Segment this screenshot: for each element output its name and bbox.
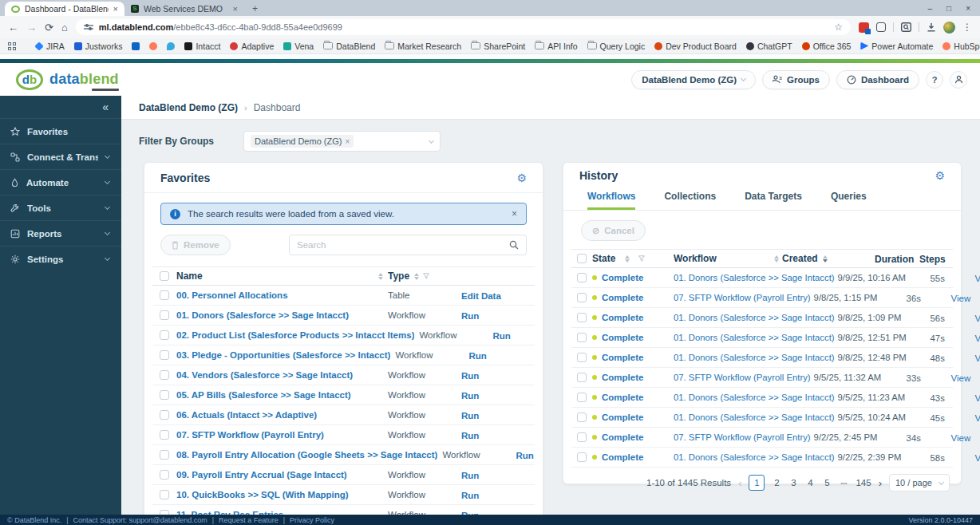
bookmark-jira[interactable]: JIRA [35, 41, 65, 51]
page-2[interactable]: 2 [772, 478, 781, 488]
run-link[interactable]: Run [461, 471, 479, 480]
close-window-button[interactable]: × [966, 4, 970, 13]
search-icon[interactable] [509, 240, 519, 250]
workflow-link[interactable]: 01. Donors (Salesforce >> Sage Intacct) [674, 353, 835, 362]
view-link[interactable]: View [975, 453, 980, 463]
row-checkbox[interactable] [160, 390, 169, 400]
workflow-link[interactable]: 07. SFTP Workflow (Payroll Entry) [674, 293, 811, 302]
bookmark-chat[interactable] [167, 42, 175, 50]
bookmark-star-icon[interactable]: ☆ [834, 22, 843, 33]
edit-data-link[interactable]: Edit Data [461, 291, 501, 301]
dashboard-button[interactable]: Dashboard [836, 70, 919, 89]
run-link[interactable]: Run [461, 391, 479, 401]
run-link[interactable]: Run [461, 411, 479, 420]
group-filter-select[interactable]: DataBlend Demo (ZG) × [243, 131, 441, 152]
row-checkbox[interactable] [577, 333, 587, 342]
bookmark-justworks[interactable]: Justworks [74, 41, 123, 51]
row-checkbox[interactable] [160, 370, 169, 380]
browser-tab-inactive[interactable]: S Web Services DEMO × [124, 2, 244, 16]
minimize-button[interactable]: – [928, 4, 933, 13]
tab-collections[interactable]: Collections [664, 191, 716, 210]
column-state[interactable]: State [592, 253, 615, 264]
footer-support-link[interactable]: Contact Support: support@datablend.com [73, 516, 207, 524]
favorite-name-link[interactable]: 09. Payroll Entry Accrual (Sage Intacct) [176, 470, 347, 480]
select-all-checkbox[interactable] [577, 254, 587, 263]
breadcrumb-root[interactable]: DataBlend Demo (ZG) [139, 102, 238, 113]
bookmark-power-automate[interactable]: Power Automate [860, 41, 933, 51]
run-link[interactable]: Run [461, 431, 479, 440]
page-5[interactable]: 5 [822, 478, 832, 488]
column-workflow[interactable]: Workflow [674, 253, 717, 264]
maximize-button[interactable]: □ [946, 4, 951, 13]
sidebar-item-tools[interactable]: Tools [0, 195, 121, 220]
row-checkbox[interactable] [160, 470, 169, 480]
run-link[interactable]: Run [492, 331, 510, 341]
row-checkbox[interactable] [577, 432, 587, 442]
prev-page-icon[interactable]: ‹ [738, 477, 741, 489]
row-checkbox[interactable] [160, 290, 169, 300]
downloads-icon[interactable] [927, 22, 936, 32]
row-checkbox[interactable] [160, 350, 169, 360]
favorite-name-link[interactable]: 07. SFTP Workflow (Payroll Entry) [176, 430, 324, 440]
favorite-name-link[interactable]: 01. Donors (Salesforce >> Sage Intacct) [176, 310, 349, 320]
search-input[interactable] [297, 240, 504, 250]
search-tabs-icon[interactable] [901, 22, 911, 32]
sort-icon[interactable] [774, 255, 779, 262]
page-size-select[interactable]: 10 / page [889, 474, 950, 491]
favorite-name-link[interactable]: 05. AP Bills (Salesforce >> Sage Intacct… [176, 390, 351, 400]
tag-remove-icon[interactable]: × [345, 137, 350, 146]
run-link[interactable]: Run [461, 311, 479, 321]
tab-close-icon[interactable]: × [233, 4, 238, 14]
row-checkbox[interactable] [577, 412, 587, 422]
footer-request-feature-link[interactable]: Request a Feature [219, 516, 279, 524]
bookmark-adaptive[interactable]: Adaptive [230, 41, 274, 51]
favorite-name-link[interactable]: 02. Product List (Salesforce Products >>… [176, 330, 414, 340]
sort-icon[interactable] [378, 273, 383, 280]
workflow-link[interactable]: 07. SFTP Workflow (Payroll Entry) [674, 373, 811, 382]
tab-workflows[interactable]: Workflows [587, 191, 635, 210]
linkedin-extension-icon[interactable] [859, 22, 869, 33]
view-link[interactable]: View [951, 294, 971, 303]
home-icon[interactable]: ⌂ [61, 22, 68, 33]
side-panel-icon[interactable] [876, 22, 886, 32]
run-link[interactable]: Run [461, 371, 479, 381]
forward-icon[interactable]: → [26, 22, 37, 33]
row-checkbox[interactable] [160, 490, 169, 499]
workflow-link[interactable]: 01. Donors (Salesforce >> Sage Intacct) [674, 333, 835, 342]
sort-icon[interactable] [823, 255, 828, 262]
sidebar-item-connect-transform[interactable]: Connect & Transform [0, 144, 121, 169]
column-type[interactable]: Type [388, 270, 409, 282]
view-link[interactable]: View [975, 334, 980, 343]
reload-icon[interactable]: ⟳ [45, 22, 53, 33]
select-all-checkbox[interactable] [160, 271, 169, 281]
workflow-link[interactable]: 01. Donors (Salesforce >> Sage Intacct) [674, 393, 835, 402]
favorite-name-link[interactable]: 08. Payroll Entry Allocation (Google She… [176, 450, 437, 460]
sidebar-item-settings[interactable]: Settings [0, 246, 121, 271]
row-checkbox[interactable] [160, 450, 169, 460]
bookmark-folder-market-research[interactable]: Market Research [385, 41, 461, 51]
page-4[interactable]: 4 [805, 478, 815, 488]
row-checkbox[interactable] [577, 452, 587, 462]
run-link[interactable]: Run [468, 351, 486, 361]
alert-close-icon[interactable]: × [512, 208, 517, 219]
favorites-settings-gear-icon[interactable]: ⚙ [516, 172, 527, 184]
browser-tab-active[interactable]: Dashboard - DataBlend Demo ( × [5, 2, 124, 16]
workflow-link[interactable]: 01. Donors (Salesforce >> Sage Intacct) [674, 452, 835, 462]
apps-grid-icon[interactable] [8, 42, 16, 50]
view-link[interactable]: View [951, 373, 971, 383]
next-page-icon[interactable]: › [879, 477, 882, 489]
favorite-name-link[interactable]: 03. Pledge - Opportunities (Salesforce >… [176, 350, 390, 360]
column-name[interactable]: Name [176, 270, 203, 282]
favorite-name-link[interactable]: 10. QuickBooks >> SQL (With Mapping) [176, 490, 349, 499]
site-settings-icon[interactable] [84, 23, 93, 31]
run-link[interactable]: Run [461, 491, 479, 500]
cancel-button[interactable]: ⊘ Cancel [581, 220, 646, 241]
workflow-link[interactable]: 01. Donors (Salesforce >> Sage Intacct) [674, 273, 835, 282]
sidebar-collapse-button[interactable]: « [0, 96, 121, 118]
row-checkbox[interactable] [577, 313, 587, 322]
bookmark-dev-product-board[interactable]: Dev Product Board [654, 41, 737, 51]
address-bar[interactable]: ml.datablend.com/ebbe8c43-d6cc-4ba0-9dd8… [76, 19, 851, 35]
row-checkbox[interactable] [577, 353, 587, 362]
groups-button[interactable]: Groups [762, 70, 830, 89]
favorite-name-link[interactable]: 06. Actuals (Intacct >> Adaptive) [176, 410, 317, 420]
